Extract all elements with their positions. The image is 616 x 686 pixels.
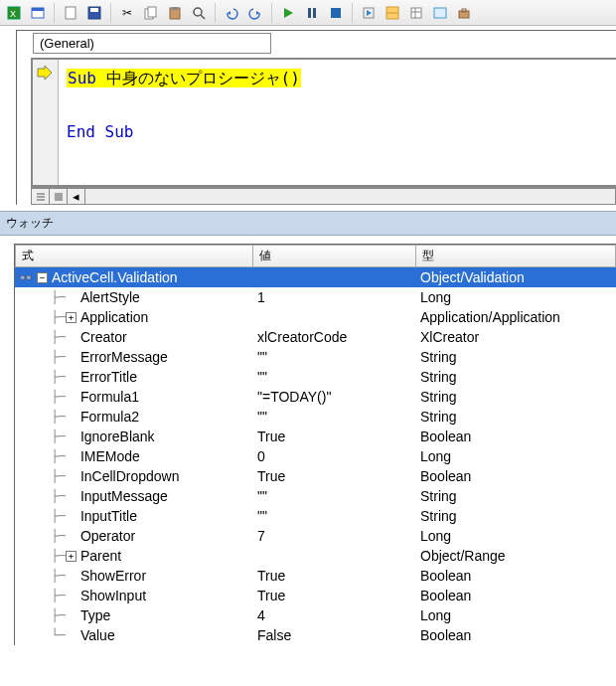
watch-val: 0 <box>253 448 416 464</box>
watch-panel-title: ウォッチ <box>0 211 616 236</box>
watch-header-expr[interactable]: 式 <box>15 245 253 267</box>
watch-row[interactable]: ├─+ ParentObject/Range <box>15 546 616 566</box>
watch-type: String <box>416 349 616 365</box>
watch-type: Long <box>416 448 616 464</box>
scroll-left-button[interactable]: ◂ <box>68 189 85 204</box>
watch-row[interactable]: ├─ Operator7Long <box>15 526 616 546</box>
toolbar-icon-pause[interactable] <box>302 3 322 23</box>
watch-header-val[interactable]: 値 <box>253 245 416 267</box>
svg-line-12 <box>201 15 205 19</box>
watch-row[interactable]: ├─ Formula2""String <box>15 407 616 427</box>
h-scrollbar[interactable] <box>85 189 615 204</box>
watch-row[interactable]: ├─ InputMessage""String <box>15 486 616 506</box>
watch-row[interactable]: ├─ Formula1"=TODAY()"String <box>15 387 616 407</box>
watch-expr: InputMessage <box>80 488 168 504</box>
svg-rect-17 <box>313 8 316 18</box>
expand-box[interactable]: − <box>37 272 48 283</box>
watch-expr: ShowError <box>80 568 146 584</box>
expand-box-empty <box>66 352 77 363</box>
watch-row[interactable]: ├─ ShowInputTrueBoolean <box>15 586 616 605</box>
toolbar-icon-paste[interactable] <box>165 3 185 23</box>
watch-row-root[interactable]: 👓 − ActiveCell.Validation Object/Validat… <box>15 267 616 287</box>
toolbar-icon-step[interactable] <box>359 3 379 23</box>
watch-row[interactable]: ├─ ErrorMessage""String <box>15 347 616 367</box>
code-gutter <box>33 60 59 185</box>
tree-line-icon: └─ <box>37 628 66 642</box>
watch-row[interactable]: ├─ IgnoreBlankTrueBoolean <box>15 427 616 446</box>
expand-box-empty <box>66 571 77 582</box>
toolbar-icon-copy[interactable] <box>141 3 161 23</box>
tree-line-icon: ├─ <box>37 429 66 443</box>
watch-header-type[interactable]: 型 <box>416 245 616 267</box>
watch-val: "=TODAY()" <box>253 389 416 405</box>
watch-row[interactable]: ├─ ErrorTitle""String <box>15 367 616 387</box>
expand-box-empty <box>66 332 77 343</box>
svg-rect-18 <box>331 8 341 18</box>
code-panel: (General) Sub 中身のないプロシージャ() End Sub ◂ <box>16 30 616 205</box>
toolbar-icon-cut[interactable]: ✂ <box>117 3 137 23</box>
watch-expr: IMEMode <box>80 448 140 464</box>
svg-rect-4 <box>66 7 76 19</box>
watch-row[interactable]: └─ ValueFalseBoolean <box>15 625 616 645</box>
code-editor[interactable]: Sub 中身のないプロシージャ() End Sub <box>31 58 616 187</box>
tree-line-icon: ├─ <box>37 370 66 384</box>
watch-type: String <box>416 369 616 385</box>
watch-rows: 👓 − ActiveCell.Validation Object/Validat… <box>15 267 616 645</box>
toolbar-icon-excel[interactable]: X <box>4 3 24 23</box>
watch-type: Boolean <box>416 568 616 584</box>
toolbar-icon-redo[interactable] <box>245 3 265 23</box>
view-procedure-button[interactable] <box>32 189 50 204</box>
watch-expr: AlertStyle <box>80 289 140 305</box>
toolbar-icon-save[interactable] <box>84 3 104 23</box>
watch-val: 7 <box>253 528 416 544</box>
watch-val: "" <box>253 409 416 425</box>
watch-panel: 式 値 型 👓 − ActiveCell.Validation Object/V… <box>14 244 616 645</box>
watch-val: True <box>253 588 416 603</box>
tree-line-icon: ├─ <box>37 489 66 503</box>
watch-row[interactable]: ├─+ ApplicationApplication/Application <box>15 307 616 327</box>
toolbar-icon-run[interactable] <box>278 3 298 23</box>
toolbar-icon-stop[interactable] <box>326 3 346 23</box>
toolbar-icon-view[interactable] <box>28 3 48 23</box>
view-full-module-button[interactable] <box>50 189 68 204</box>
tree-line-icon: ├─ <box>37 390 66 404</box>
toolbar-icon-browser[interactable] <box>430 3 450 23</box>
watch-row[interactable]: ├─ InputTitle""String <box>15 506 616 526</box>
tree-line-icon: ├─ <box>37 469 66 483</box>
expand-box-empty <box>66 531 77 542</box>
tree-line-icon: ├─ <box>37 330 66 344</box>
watch-val: True <box>253 568 416 584</box>
toolbar-icon-new[interactable] <box>61 3 80 23</box>
watch-type: String <box>416 508 616 524</box>
watch-val: "" <box>253 369 416 385</box>
toolbar-icon-design[interactable] <box>383 3 402 23</box>
watch-row[interactable]: ├─ AlertStyle1Long <box>15 287 616 307</box>
watch-type: Boolean <box>416 429 616 444</box>
code-body[interactable]: Sub 中身のないプロシージャ() End Sub <box>59 60 616 185</box>
watch-type: Object/Validation <box>416 269 616 285</box>
watch-expr: ActiveCell.Validation <box>52 269 178 285</box>
svg-rect-26 <box>434 8 446 18</box>
tree-line-icon: ├─ <box>37 449 66 463</box>
watch-expr: InputTitle <box>80 508 137 524</box>
watch-val: False <box>253 627 416 643</box>
toolbar-icon-find[interactable] <box>189 3 209 23</box>
expand-box[interactable]: + <box>66 312 77 323</box>
toolbar-icon-props[interactable] <box>406 3 426 23</box>
toolbar-icon-undo[interactable] <box>222 3 241 23</box>
watch-row[interactable]: ├─ InCellDropdownTrueBoolean <box>15 466 616 486</box>
expand-box[interactable]: + <box>66 551 77 562</box>
watch-type: String <box>416 389 616 405</box>
watch-expr: Parent <box>80 548 121 564</box>
svg-marker-15 <box>284 8 293 18</box>
watch-expr: Value <box>80 627 115 643</box>
watch-row[interactable]: ├─ Type4Long <box>15 605 616 625</box>
watch-row[interactable]: ├─ ShowErrorTrueBoolean <box>15 566 616 586</box>
watch-expr: Formula2 <box>80 409 139 425</box>
watch-row[interactable]: ├─ CreatorxlCreatorCodeXlCreator <box>15 327 616 347</box>
procedure-selector[interactable]: (General) <box>33 33 271 54</box>
current-line-arrow-icon <box>37 66 53 80</box>
watch-type: Long <box>416 289 616 305</box>
toolbar-icon-toolbox[interactable] <box>454 3 474 23</box>
watch-row[interactable]: ├─ IMEMode0Long <box>15 446 616 466</box>
